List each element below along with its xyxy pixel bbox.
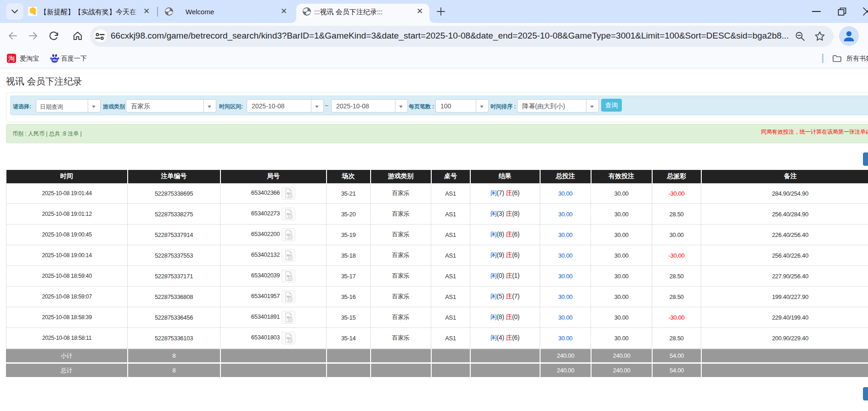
- svg-text:du: du: [52, 58, 57, 62]
